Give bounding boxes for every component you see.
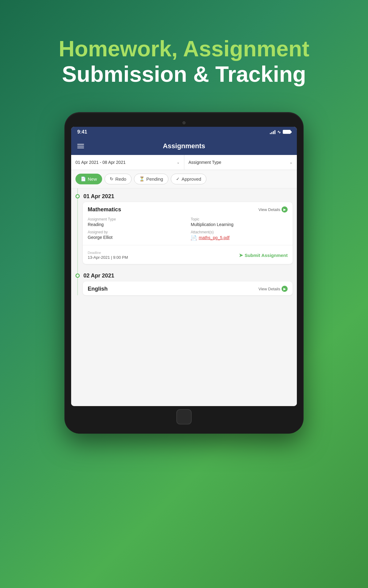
view-details-arrow-icon: ▶ [282,206,288,213]
view-details-arrow-icon-english: ▶ [282,286,288,292]
tablet-camera [182,121,186,124]
date-range-label: 01 Apr 2021 - 08 Apr 2021 [75,160,125,165]
tab-pending[interactable]: ⏳ Pending [134,174,168,184]
app-header: Assignments [71,137,297,155]
assignment-card-mathematics: Mathematics View Details ▶ Assignment Ty… [83,202,293,264]
card-header-english: English View Details ▶ [83,281,293,295]
card-divider [83,245,293,245]
wifi-icon: ∿ [277,130,281,134]
assigned-by-field-value: George Elliot [88,235,185,240]
tablet-screen: 9:41 ∿ Assignments [71,127,297,406]
deadline-value: 13-Apr-2021 | 9:00 PM [88,255,128,260]
card-header-mathematics: Mathematics View Details ▶ [83,202,293,216]
assignment-type-field-value: Reading [88,222,185,227]
hero-section: Homework, Assignment Submission & Tracki… [59,0,309,88]
tablet-home-button[interactable] [176,409,192,424]
date-label-1: 01 Apr 2021 [83,193,114,200]
app-title: Assignments [163,142,205,150]
date-range-filter[interactable]: 01 Apr 2021 - 08 Apr 2021 ⌄ [71,155,184,170]
tab-new-label: New [88,176,97,182]
date-label-2: 02 Apr 2021 [83,273,114,279]
pending-tab-icon: ⏳ [139,176,144,181]
redo-tab-icon: ↻ [110,176,113,181]
content-area: 01 Apr 2021 Mathematics View Details ▶ [71,188,297,406]
filter-row: 01 Apr 2021 - 08 Apr 2021 ⌄ Assignment T… [71,155,297,170]
attachment-filename: maths_pg_5.pdf [199,235,229,240]
topic-field: Topic Multiplication Learning [191,217,288,227]
assignment-type-label: Assignment Type [189,160,221,165]
card-grid-mathematics: Assignment Type Reading Topic Multiplica… [88,217,288,241]
status-bar: 9:41 ∿ [71,127,297,137]
pdf-icon: 📄 [191,235,197,241]
tablet-device: 9:41 ∿ Assignments [64,112,304,434]
assignment-type-field: Assignment Type Reading [88,217,185,227]
new-tab-icon: 📄 [81,176,86,181]
attachment-link[interactable]: 📄 maths_pg_5.pdf [191,235,288,241]
tab-redo-label: Redo [115,176,126,182]
assigned-by-field-label: Assigned by [88,230,185,234]
hamburger-menu-icon[interactable] [77,144,84,148]
assignment-type-chevron-icon: ⌄ [289,160,293,164]
view-details-mathematics[interactable]: View Details ▶ [259,206,288,213]
tab-approved[interactable]: ✓ Approved [171,174,206,184]
view-details-english[interactable]: View Details ▶ [259,286,288,292]
attachment-field-label: Attachment(s) [191,230,288,234]
timeline-date-1: 01 Apr 2021 [71,188,297,202]
tab-approved-label: Approved [182,176,201,182]
view-details-label-mathematics: View Details [259,207,280,212]
card-body-mathematics: Assignment Type Reading Topic Multiplica… [83,216,293,242]
submit-assignment-label: Submit Assignment [245,253,288,258]
assignment-card-english: English View Details ▶ [83,281,293,295]
tab-redo[interactable]: ↻ Redo [105,174,132,184]
status-icons: ∿ [270,130,291,134]
tablet-bottom [71,409,297,424]
view-details-label-english: View Details [259,287,280,291]
hero-line2: Submission & Tracking [59,61,309,87]
deadline-label: Deadline [88,251,128,254]
hero-line1: Homework, Assignment [59,37,309,61]
assignment-type-filter[interactable]: Assignment Type ⌄ [184,155,297,170]
tab-new[interactable]: 📄 New [75,174,102,184]
tablet-top-bar [71,121,297,124]
approved-tab-icon: ✓ [176,176,180,181]
subject-english: English [88,286,108,292]
submit-icon: ➤ [239,252,243,258]
battery-icon [283,130,291,134]
subject-mathematics: Mathematics [88,206,121,213]
status-time: 9:41 [77,129,87,135]
submit-assignment-button[interactable]: ➤ Submit Assignment [239,252,288,258]
assignment-type-field-label: Assignment Type [88,217,185,221]
timeline-dot-1 [75,194,80,198]
card-footer-mathematics: Deadline 13-Apr-2021 | 9:00 PM ➤ Submit … [83,248,293,264]
signal-bars-icon [270,130,275,134]
assigned-by-field: Assigned by George Elliot [88,230,185,241]
attachment-field: Attachment(s) 📄 maths_pg_5.pdf [191,230,288,241]
tab-row: 📄 New ↻ Redo ⏳ Pending ✓ Approved [71,170,297,188]
topic-field-label: Topic [191,217,288,221]
date-range-chevron-icon: ⌄ [177,160,180,164]
timeline-dot-2 [75,273,80,278]
tab-pending-label: Pending [146,176,163,182]
topic-field-value: Multiplication Learning [191,222,288,227]
timeline-date-2: 02 Apr 2021 [71,268,297,281]
deadline-section: Deadline 13-Apr-2021 | 9:00 PM [88,251,128,260]
